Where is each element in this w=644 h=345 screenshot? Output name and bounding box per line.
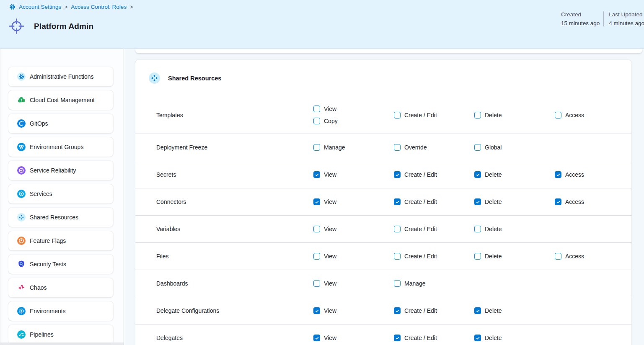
permission-row-secrets: SecretsViewCreate / EditDeleteAccess (135, 161, 631, 188)
permission-cell: Access (555, 112, 631, 118)
delete-checkbox[interactable] (474, 335, 481, 341)
permission-cell: View (313, 253, 394, 260)
sidebar-item-security-tests[interactable]: Security Tests (8, 255, 113, 274)
manage-checkbox[interactable] (394, 280, 401, 287)
access-checkbox[interactable] (555, 112, 561, 118)
copy-permission-toggle[interactable]: Copy (313, 118, 338, 124)
resource-label: Delegates (156, 335, 313, 341)
view-checkbox[interactable] (313, 171, 320, 178)
access-permission-toggle[interactable]: Access (555, 253, 584, 260)
create-edit-permission-toggle[interactable]: Create / Edit (394, 253, 437, 260)
global-permission-toggle[interactable]: Global (474, 144, 502, 151)
delete-checkbox[interactable] (474, 226, 481, 232)
sidebar-item-service-reliability[interactable]: Service Reliability (8, 161, 113, 180)
permission-cell: View (313, 307, 394, 314)
access-permission-toggle[interactable]: Access (555, 198, 584, 205)
create-edit-checkbox[interactable] (394, 307, 401, 314)
sidebar-item-shared-resources[interactable]: Shared Resources (8, 208, 113, 227)
create-edit-permission-toggle[interactable]: Create / Edit (394, 335, 437, 341)
view-permission-toggle[interactable]: View (313, 280, 336, 287)
access-permission-toggle[interactable]: Access (555, 171, 584, 178)
delete-checkbox[interactable] (474, 171, 481, 178)
sidebar-item-cloud-cost-management[interactable]: $Cloud Cost Management (8, 90, 113, 110)
create-edit-permission-toggle[interactable]: Create / Edit (394, 226, 437, 232)
override-checkbox[interactable] (394, 144, 401, 151)
create-edit-checkbox[interactable] (394, 226, 401, 232)
delete-permission-toggle[interactable]: Delete (474, 226, 502, 232)
access-checkbox[interactable] (555, 253, 561, 260)
delete-permission-toggle[interactable]: Delete (474, 253, 502, 260)
permission-cell: View (313, 198, 394, 205)
permissions-table: TemplatesViewCopyCreate / EditDeleteAcce… (135, 96, 631, 345)
access-permission-toggle[interactable]: Access (555, 112, 584, 118)
create-edit-checkbox[interactable] (394, 335, 401, 341)
permission-cell: Manage (394, 280, 474, 287)
manage-checkbox[interactable] (313, 144, 320, 151)
view-checkbox[interactable] (313, 226, 320, 232)
create-edit-checkbox[interactable] (394, 171, 401, 178)
chaos-icon (17, 283, 26, 292)
checkbox-label: Override (404, 144, 427, 151)
breadcrumb-link-access-control-roles[interactable]: Access Control: Roles (71, 4, 127, 10)
copy-checkbox[interactable] (313, 118, 320, 124)
checkbox-label: Create / Edit (404, 253, 437, 260)
delete-checkbox[interactable] (474, 198, 481, 205)
delete-permission-toggle[interactable]: Delete (474, 171, 502, 178)
permission-row-variables: VariablesViewCreate / EditDelete (135, 216, 631, 243)
sidebar-item-environment-groups[interactable]: Environment Groups (8, 137, 113, 157)
access-checkbox[interactable] (555, 171, 561, 178)
global-checkbox[interactable] (474, 144, 481, 151)
permission-cell: Create / Edit (394, 226, 474, 232)
view-permission-toggle[interactable]: View (313, 171, 336, 178)
view-checkbox[interactable] (313, 307, 320, 314)
breadcrumb-link-account-settings[interactable]: Account Settings (19, 4, 61, 10)
checkbox-label: Delete (485, 198, 502, 205)
sidebar-item-label: Pipelines (30, 331, 54, 338)
delete-checkbox[interactable] (474, 307, 481, 314)
create-edit-permission-toggle[interactable]: Create / Edit (394, 198, 437, 205)
sidebar-item-gitops[interactable]: GitOps (8, 114, 113, 133)
sidebar-item-feature-flags[interactable]: Feature Flags (8, 231, 113, 250)
create-edit-checkbox[interactable] (394, 253, 401, 260)
view-checkbox[interactable] (313, 253, 320, 260)
view-permission-toggle[interactable]: View (313, 307, 336, 314)
delete-permission-toggle[interactable]: Delete (474, 112, 502, 118)
delete-permission-toggle[interactable]: Delete (474, 335, 502, 341)
delete-checkbox[interactable] (474, 253, 481, 260)
delete-checkbox[interactable] (474, 112, 481, 118)
view-checkbox[interactable] (313, 106, 320, 112)
checkbox-label: Delete (485, 171, 502, 178)
view-checkbox[interactable] (313, 280, 320, 287)
environments-icon: $ (17, 307, 26, 315)
created-label: Created (561, 11, 600, 18)
sidebar-item-administrative-functions[interactable]: Administrative Functions (8, 67, 113, 86)
manage-permission-toggle[interactable]: Manage (313, 144, 345, 151)
create-edit-checkbox[interactable] (394, 198, 401, 205)
checkbox-label: Delete (485, 307, 502, 314)
override-permission-toggle[interactable]: Override (394, 144, 427, 151)
view-permission-toggle[interactable]: View (313, 253, 336, 260)
create-edit-permission-toggle[interactable]: Create / Edit (394, 307, 437, 314)
sidebar-item-chaos[interactable]: Chaos (8, 278, 113, 297)
create-edit-permission-toggle[interactable]: Create / Edit (394, 112, 437, 118)
access-checkbox[interactable] (555, 198, 561, 205)
view-permission-toggle[interactable]: View (313, 198, 336, 205)
view-permission-toggle[interactable]: View (313, 335, 336, 341)
sidebar-item-pipelines[interactable]: Pipelines (8, 325, 113, 344)
view-permission-toggle[interactable]: View (313, 226, 336, 232)
create-edit-permission-toggle[interactable]: Create / Edit (394, 171, 437, 178)
view-checkbox[interactable] (313, 335, 320, 341)
create-edit-checkbox[interactable] (394, 112, 401, 118)
resource-label: Files (156, 253, 313, 260)
resource-label: Secrets (156, 171, 313, 178)
manage-permission-toggle[interactable]: Manage (394, 280, 426, 287)
sidebar-item-environments[interactable]: $Environments (8, 301, 113, 321)
checkbox-label: Delete (485, 112, 502, 118)
sidebar-item-services[interactable]: Services (8, 184, 113, 203)
view-checkbox[interactable] (313, 198, 320, 205)
view-permission-toggle[interactable]: View (313, 106, 336, 112)
delete-permission-toggle[interactable]: Delete (474, 307, 502, 314)
permission-cell: Create / Edit (394, 307, 474, 314)
permission-row-deployment-freeze: Deployment FreezeManageOverrideGlobal (135, 134, 631, 161)
delete-permission-toggle[interactable]: Delete (474, 198, 502, 205)
